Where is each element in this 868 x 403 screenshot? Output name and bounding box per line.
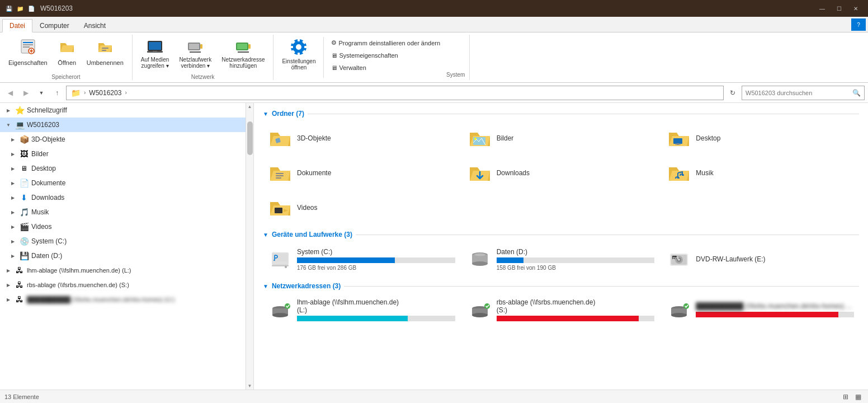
minimize-button[interactable]: — bbox=[814, 3, 830, 14]
scroll-up-arrow[interactable]: ▲ bbox=[246, 103, 253, 110]
einstellungen-button[interactable]: Einstellungenöffnen bbox=[278, 35, 319, 73]
back-button[interactable]: ◀ bbox=[3, 86, 17, 100]
sidebar-item-dokumente[interactable]: ▶ 📄 Dokumente bbox=[0, 176, 246, 190]
view-small-icons-button[interactable]: ▦ bbox=[852, 392, 864, 402]
expand-downloads[interactable]: ▶ bbox=[9, 195, 17, 200]
expand-bilder[interactable]: ▶ bbox=[9, 152, 17, 157]
sidebar-item-blurred[interactable]: ▶ 🖧 ██████████ (\\fsrbs.muenchen.de\rbs-… bbox=[0, 292, 246, 307]
expand-blurred[interactable]: ▶ bbox=[4, 297, 12, 302]
svg-rect-30 bbox=[673, 138, 682, 144]
folder-item-videos[interactable]: Videos bbox=[263, 191, 460, 224]
expand-musik[interactable]: ▶ bbox=[9, 210, 17, 215]
programm-deinstallieren-button[interactable]: ⚙ Programm deinstallieren oder ändern bbox=[327, 37, 445, 49]
sidebar-item-schnellzugriff[interactable]: ▶ ⭐ Schnellzugriff bbox=[0, 103, 246, 118]
expand-3dobjekte[interactable]: ▶ bbox=[9, 137, 17, 142]
svg-rect-10 bbox=[153, 51, 157, 51]
ribbon-group-system: Einstellungenöffnen ⚙ Programm deinstall… bbox=[273, 35, 470, 80]
document-icon: 📄 bbox=[27, 4, 36, 13]
recent-locations-button[interactable]: ▼ bbox=[35, 86, 48, 100]
sidebar-item-bilder[interactable]: ▶ 🖼 Bilder bbox=[0, 147, 246, 161]
folder-item-dokumente[interactable]: Dokumente bbox=[263, 157, 460, 189]
svg-point-60 bbox=[484, 303, 490, 309]
tab-computer[interactable]: Computer bbox=[32, 19, 77, 32]
sidebar-item-systemc[interactable]: ▶ 💿 System (C:) bbox=[0, 234, 246, 249]
search-input[interactable] bbox=[746, 90, 850, 96]
tab-datei[interactable]: Datei bbox=[2, 19, 32, 32]
drive-icon-dvd: DVD bbox=[667, 247, 691, 271]
folder-item-musik[interactable]: Musik bbox=[662, 157, 859, 189]
folder-item-downloads[interactable]: Downloads bbox=[463, 157, 660, 189]
expand-desktop[interactable]: ▶ bbox=[9, 166, 17, 171]
status-text: 13 Elemente bbox=[4, 393, 39, 400]
medien-icon bbox=[146, 38, 164, 57]
sidebar-item-rbs[interactable]: ▶ 🖧 rbs-ablage (\\fsrbs.muenchen.de) (S:… bbox=[0, 278, 246, 292]
expand-datend[interactable]: ▶ bbox=[9, 254, 17, 259]
save-icon: 💾 bbox=[4, 4, 13, 13]
umbenennen-button[interactable]: Umbenennen bbox=[83, 35, 128, 69]
geraete-title: Geräte und Laufwerke (3) bbox=[272, 231, 352, 238]
svg-point-29 bbox=[474, 138, 477, 140]
lhm-label: lhm-ablage (\\fslhm.muenchen.de) (L:) bbox=[27, 267, 131, 274]
sidebar-item-musik[interactable]: ▶ 🎵 Musik bbox=[0, 205, 246, 219]
maximize-button[interactable]: ☐ bbox=[831, 3, 847, 14]
systemeigenschaften-button[interactable]: 🖥 Systemeigenschaften bbox=[327, 50, 445, 61]
sidebar-item-datend[interactable]: ▶ 💾 Daten (D:) bbox=[0, 249, 246, 263]
svg-rect-39 bbox=[273, 254, 287, 261]
expand-dokumente[interactable]: ▶ bbox=[9, 181, 17, 186]
folder-item-desktop[interactable]: Desktop bbox=[662, 122, 859, 154]
up-button[interactable]: ↑ bbox=[50, 86, 64, 100]
drive-free-d: 158 GB frei von 190 GB bbox=[497, 265, 655, 271]
speicherort-buttons: Eigenschaften Öffnen Umbenennen bbox=[4, 35, 128, 73]
sidebar-item-lhm[interactable]: ▶ 🖧 lhm-ablage (\\fslhm.muenchen.de) (L:… bbox=[0, 263, 246, 278]
drive-item-dvd[interactable]: DVD DVD-RW-Laufwerk (E:) bbox=[662, 243, 859, 275]
network-item-blurred[interactable]: ██████████ (\\fsrbs.muenchen.de\rbs-home… bbox=[662, 294, 859, 327]
drive-info-c: System (C:) 176 GB frei von 286 GB bbox=[297, 248, 455, 271]
eigenschaften-button[interactable]: Eigenschaften bbox=[4, 35, 51, 69]
expand-rbs[interactable]: ▶ bbox=[4, 283, 12, 288]
sidebar-item-3dobjekte[interactable]: ▶ 📦 3D-Objekte bbox=[0, 132, 246, 147]
network-item-rbs[interactable]: rbs-ablage (\\fsrbs.muenchen.de)(S:) bbox=[463, 294, 660, 327]
netzwerk-collapse-arrow[interactable]: ▼ bbox=[263, 283, 268, 289]
expand-systemc[interactable]: ▶ bbox=[9, 239, 17, 244]
address-path[interactable]: 📁 › W5016203 › bbox=[66, 86, 724, 100]
title-bar-icons: 💾 📁 📄 bbox=[4, 4, 36, 13]
netzwerkadresse-button[interactable]: Netzwerkadressehinzufügen bbox=[218, 35, 268, 72]
folder-item-3dobjekte[interactable]: 3D-Objekte bbox=[263, 122, 460, 154]
ordner-collapse-arrow[interactable]: ▼ bbox=[263, 111, 268, 117]
bilder-icon: 🖼 bbox=[19, 149, 29, 158]
sidebar-item-desktop[interactable]: ▶ 🖥 Desktop bbox=[0, 161, 246, 176]
expand-lhm[interactable]: ▶ bbox=[4, 268, 12, 273]
sidebar-item-w5016203[interactable]: ▼ 💻 W5016203 bbox=[0, 118, 246, 132]
folder-icon-downloads bbox=[468, 161, 492, 185]
ordner-title: Ordner (7) bbox=[272, 110, 304, 118]
sidebar-item-downloads[interactable]: ▶ ⬇ Downloads bbox=[0, 190, 246, 205]
tab-ansicht[interactable]: Ansicht bbox=[77, 19, 113, 32]
scroll-down-arrow[interactable]: ▼ bbox=[246, 382, 253, 390]
sidebar-scrollbar[interactable]: ▲ ▼ bbox=[246, 103, 254, 390]
blurred-icon: 🖧 bbox=[15, 295, 25, 304]
verwalten-button[interactable]: 🖥 Verwalten bbox=[327, 62, 445, 73]
sidebar-item-videos[interactable]: ▶ 🎬 Videos bbox=[0, 219, 246, 234]
folder-item-bilder[interactable]: Bilder bbox=[463, 122, 660, 154]
geraete-collapse-arrow[interactable]: ▼ bbox=[263, 232, 268, 238]
forward-button[interactable]: ▶ bbox=[19, 86, 32, 100]
svg-rect-31 bbox=[677, 143, 679, 144]
expand-schnellzugriff[interactable]: ▶ bbox=[4, 108, 12, 113]
network-info-blurred: ██████████ (\\fsrbs.muenchen.de\rbs-home… bbox=[696, 302, 854, 319]
help-button[interactable]: ? bbox=[851, 18, 866, 31]
search-box[interactable]: 🔍 bbox=[742, 86, 865, 100]
oeffnen-button[interactable]: Öffnen bbox=[54, 35, 81, 69]
view-large-icons-button[interactable]: ⊞ bbox=[840, 392, 851, 402]
close-button[interactable]: ✕ bbox=[848, 3, 864, 14]
expand-w5016203[interactable]: ▼ bbox=[4, 123, 12, 128]
scroll-thumb[interactable] bbox=[247, 121, 253, 155]
drive-item-d[interactable]: Daten (D:) 158 GB frei von 190 GB bbox=[463, 243, 660, 275]
schnellzugriff-label: Schnellzugriff bbox=[27, 106, 67, 114]
expand-videos[interactable]: ▶ bbox=[9, 224, 17, 229]
refresh-button[interactable]: ↻ bbox=[726, 86, 739, 100]
network-item-lhm[interactable]: lhm-ablage (\\fslhm.muenchen.de)(L:) bbox=[263, 294, 460, 327]
drive-item-c[interactable]: System (C:) 176 GB frei von 286 GB bbox=[263, 243, 460, 275]
medien-button[interactable]: Auf Medienzugreifen ▾ bbox=[137, 35, 173, 72]
netzlaufwerk-button[interactable]: Netzlaufwerkverbinden ▾ bbox=[175, 35, 215, 72]
content-area: ▼ Ordner (7) 3D-Objekte Bilder bbox=[254, 103, 868, 390]
